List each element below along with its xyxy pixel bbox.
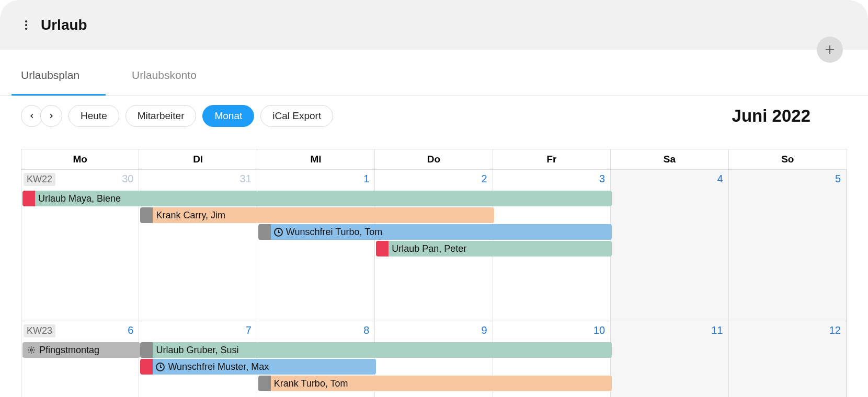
calendar-day-cell[interactable]: 11	[611, 321, 728, 397]
week-number-label: KW22	[24, 173, 55, 186]
weekday-header: Mi	[257, 149, 375, 169]
weekday-header: Fr	[493, 149, 611, 169]
day-number: 9	[482, 324, 487, 336]
tab-urlaubsplan[interactable]: Urlaubsplan	[21, 54, 79, 95]
calendar-event[interactable]: Krank Carry, Jim	[140, 207, 494, 223]
employees-button[interactable]: Mitarbeiter	[125, 105, 197, 127]
calendar-week-row: KW236789101112PfingstmontagUrlaub Gruber…	[21, 321, 847, 397]
day-number: 3	[599, 173, 605, 185]
weekday-header: Di	[139, 149, 257, 169]
weekday-header: So	[729, 149, 847, 169]
chevron-left-icon	[28, 112, 36, 120]
calendar-event[interactable]: Pfingstmontag	[22, 342, 140, 358]
calendar-header-row: MoDiMiDoFrSaSo	[21, 149, 847, 170]
day-number: 10	[593, 324, 605, 336]
week-number-label: KW23	[24, 324, 55, 337]
prev-month-button[interactable]	[21, 105, 43, 127]
more-vertical-icon[interactable]	[21, 20, 31, 30]
day-number: 12	[829, 324, 841, 336]
day-number: 2	[482, 173, 487, 185]
event-label: Urlaub Pan, Peter	[392, 243, 466, 254]
current-month-label: Juni 2022	[732, 106, 847, 126]
event-label: Wunschfrei Turbo, Tom	[286, 227, 382, 238]
weekday-header: Sa	[611, 149, 728, 169]
page-title: Urlaub	[41, 17, 87, 33]
event-category-stripe	[140, 359, 153, 375]
clock-icon	[274, 228, 283, 237]
event-category-stripe	[258, 224, 271, 240]
month-nav	[21, 105, 62, 127]
today-button[interactable]: Heute	[68, 105, 119, 127]
calendar-event[interactable]: Urlaub Gruber, Susi	[140, 342, 612, 358]
day-number: 5	[835, 173, 841, 185]
calendar-event[interactable]: Wunschfrei Turbo, Tom	[258, 224, 612, 240]
day-number: 11	[711, 324, 723, 336]
calendar-day-cell[interactable]: 4	[611, 170, 728, 321]
month-view-button[interactable]: Monat	[202, 105, 254, 127]
calendar-day-cell[interactable]: KW236	[21, 321, 139, 397]
weekday-header: Mo	[21, 149, 139, 169]
gear-icon	[27, 345, 36, 355]
calendar-day-cell[interactable]: 12	[729, 321, 847, 397]
calendar-event[interactable]: Wunschfrei Muster, Max	[140, 359, 376, 375]
tab-urlaubskonto[interactable]: Urlaubskonto	[132, 54, 197, 95]
calendar-body: KW22303112345Urlaub Maya, BieneKrank Car…	[21, 170, 847, 397]
event-category-stripe	[140, 342, 153, 358]
day-number: 1	[363, 173, 369, 185]
event-category-stripe	[258, 376, 271, 391]
calendar-week-row: KW22303112345Urlaub Maya, BieneKrank Car…	[21, 170, 847, 321]
clock-icon	[156, 363, 165, 371]
event-label: Urlaub Gruber, Susi	[156, 345, 238, 356]
app-header: Urlaub	[0, 0, 868, 50]
day-number: 4	[717, 173, 723, 185]
tabs: Urlaubsplan Urlaubskonto	[0, 50, 868, 96]
calendar: MoDiMiDoFrSaSo KW22303112345Urlaub Maya,…	[21, 149, 847, 397]
toolbar: Heute Mitarbeiter Monat iCal Export Juni…	[0, 96, 868, 136]
chevron-right-icon	[48, 112, 55, 120]
event-category-stripe	[22, 191, 35, 206]
day-number: 8	[363, 324, 369, 336]
calendar-event[interactable]: Krank Turbo, Tom	[258, 376, 612, 391]
calendar-event[interactable]: Urlaub Maya, Biene	[22, 191, 612, 206]
event-label: Urlaub Maya, Biene	[38, 193, 121, 204]
next-month-button[interactable]	[40, 105, 62, 127]
event-label: Pfingstmontag	[39, 345, 99, 356]
day-number: 6	[128, 324, 133, 336]
weekday-header: Do	[375, 149, 493, 169]
add-button[interactable]	[817, 37, 843, 63]
calendar-event[interactable]: Urlaub Pan, Peter	[376, 241, 612, 256]
calendar-day-cell[interactable]: 5	[729, 170, 847, 321]
plus-icon	[824, 43, 836, 56]
day-number: 30	[122, 173, 133, 185]
event-category-stripe	[376, 241, 389, 256]
day-number: 31	[240, 173, 252, 185]
event-category-stripe	[140, 207, 153, 223]
event-label: Wunschfrei Muster, Max	[168, 361, 269, 372]
ical-export-button[interactable]: iCal Export	[260, 105, 333, 127]
svg-point-2	[30, 349, 32, 351]
event-label: Krank Carry, Jim	[156, 210, 225, 221]
day-number: 7	[246, 324, 252, 336]
event-label: Krank Turbo, Tom	[274, 378, 348, 389]
